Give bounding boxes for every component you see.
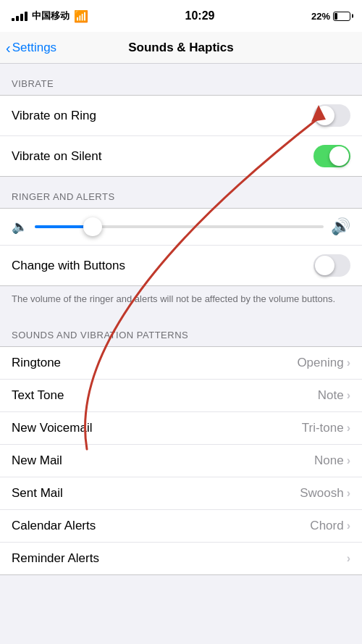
sent-mail-label: Sent Mail: [12, 486, 63, 501]
vibrate-on-silent-row: Vibrate on Silent: [0, 136, 362, 176]
new-voicemail-chevron-icon: ›: [347, 422, 350, 435]
new-mail-right: None ›: [314, 453, 350, 468]
text-tone-label: Text Tone: [12, 388, 64, 403]
calendar-alerts-right: Chord ›: [310, 519, 350, 533]
back-chevron-icon: ‹: [6, 41, 11, 55]
ringer-alerts-group: 🔈 🔊 Change with Buttons: [0, 208, 362, 286]
calendar-alerts-row[interactable]: Calendar Alerts Chord ›: [0, 510, 362, 543]
ringtone-value: Opening: [297, 356, 343, 370]
sent-mail-right: Swoosh ›: [300, 486, 350, 501]
volume-slider[interactable]: [35, 225, 324, 228]
battery-icon: [333, 12, 350, 21]
info-text-container: The volume of the ringer and alerts will…: [0, 286, 362, 315]
ringtone-right: Opening ›: [297, 356, 350, 370]
ringtone-label: Ringtone: [12, 356, 61, 370]
text-tone-chevron-icon: ›: [347, 389, 350, 402]
ringtone-chevron-icon: ›: [347, 356, 350, 369]
new-mail-row[interactable]: New Mail None ›: [0, 445, 362, 477]
back-label: Settings: [12, 41, 56, 55]
page-title: Sounds & Haptics: [128, 41, 233, 55]
ringtone-row[interactable]: Ringtone Opening ›: [0, 347, 362, 380]
text-tone-row[interactable]: Text Tone Note ›: [0, 380, 362, 412]
sounds-vibration-section-header: SOUNDS AND VIBRATION PATTERNS: [0, 315, 362, 346]
change-with-buttons-toggle[interactable]: [313, 254, 350, 277]
battery-percent: 22%: [311, 11, 330, 22]
volume-row: 🔈 🔊: [0, 209, 362, 246]
vibrate-on-ring-label: Vibrate on Ring: [12, 109, 96, 123]
content-area: VIBRATE Vibrate on Ring Vibrate on Silen…: [0, 64, 362, 644]
calendar-alerts-value: Chord: [310, 519, 343, 533]
vibrate-section-header: VIBRATE: [0, 64, 362, 95]
new-voicemail-value: Tri-tone: [302, 421, 344, 435]
volume-low-icon: 🔈: [12, 219, 28, 235]
volume-high-icon: 🔊: [331, 217, 350, 236]
change-with-buttons-row: Change with Buttons: [0, 246, 362, 285]
vibrate-on-ring-toggle[interactable]: [313, 104, 350, 127]
new-voicemail-right: Tri-tone ›: [302, 421, 350, 435]
status-right: 22%: [311, 11, 350, 22]
vibrate-on-silent-toggle[interactable]: [313, 145, 350, 167]
ringer-alerts-section-header: RINGER AND ALERTS: [0, 177, 362, 208]
change-with-buttons-label: Change with Buttons: [12, 259, 125, 273]
back-button[interactable]: ‹ Settings: [6, 41, 56, 55]
time-display: 10:29: [185, 9, 215, 22]
sent-mail-row[interactable]: Sent Mail Swoosh ›: [0, 477, 362, 510]
new-mail-value: None: [314, 453, 344, 468]
text-tone-value: Note: [318, 388, 344, 403]
calendar-alerts-chevron-icon: ›: [347, 519, 350, 532]
status-left: 中国移动 ️📶: [12, 9, 88, 23]
navigation-bar: ‹ Settings Sounds & Haptics: [0, 32, 362, 64]
carrier-label: 中国移动: [32, 9, 70, 22]
new-mail-chevron-icon: ›: [347, 454, 350, 467]
signal-icon: [12, 12, 28, 21]
status-bar: 中国移动 ️📶 10:29 22%: [0, 0, 362, 32]
new-voicemail-label: New Voicemail: [12, 421, 93, 435]
sounds-vibration-group: Ringtone Opening › Text Tone Note › New …: [0, 346, 362, 575]
new-mail-label: New Mail: [12, 453, 62, 468]
wifi-icon: ️📶: [74, 9, 88, 23]
reminder-alerts-right: ›: [344, 552, 350, 565]
ringer-info-text: The volume of the ringer and alerts will…: [12, 293, 335, 304]
vibrate-on-silent-label: Vibrate on Silent: [12, 149, 101, 164]
reminder-alerts-chevron-icon: ›: [347, 552, 350, 565]
new-voicemail-row[interactable]: New Voicemail Tri-tone ›: [0, 412, 362, 445]
vibrate-on-ring-row: Vibrate on Ring: [0, 96, 362, 136]
vibrate-group: Vibrate on Ring Vibrate on Silent: [0, 95, 362, 177]
volume-slider-thumb[interactable]: [83, 217, 102, 236]
text-tone-right: Note ›: [318, 388, 350, 403]
reminder-alerts-row[interactable]: Reminder Alerts ›: [0, 543, 362, 574]
calendar-alerts-label: Calendar Alerts: [12, 519, 96, 533]
sent-mail-value: Swoosh: [300, 486, 343, 501]
sent-mail-chevron-icon: ›: [347, 487, 350, 500]
reminder-alerts-label: Reminder Alerts: [12, 551, 99, 566]
